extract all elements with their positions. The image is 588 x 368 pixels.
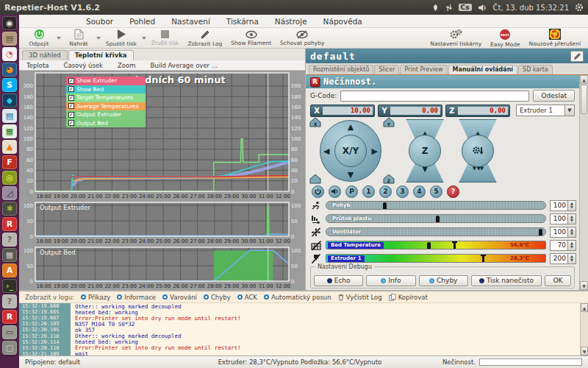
menu-build-average[interactable]: Build Average over ...: [143, 62, 225, 69]
launcher-item[interactable]: ✱: [2, 202, 17, 216]
session-gear-icon[interactable]: [575, 3, 584, 12]
motors-off-button[interactable]: [329, 185, 341, 198]
menu-nastroje[interactable]: Nástroje: [267, 17, 315, 26]
slider-thumb[interactable]: [436, 216, 440, 223]
launcher-item[interactable]: R: [2, 310, 17, 324]
launcher-item[interactable]: ◕: [2, 63, 17, 77]
preset-4-button[interactable]: 4: [413, 185, 426, 198]
jog-x-minus-icon[interactable]: ◀: [323, 146, 329, 156]
launcher-item[interactable]: ◎: [2, 171, 17, 185]
bed-temp-spinner[interactable]: 70▲▼: [550, 240, 576, 251]
menu-teplota[interactable]: Teplota: [19, 62, 56, 69]
debug-info-button[interactable]: Info: [366, 275, 415, 286]
fan-speed-slider[interactable]: Ventilátor: [326, 227, 546, 236]
power-button[interactable]: [312, 185, 324, 198]
scroll-up-icon[interactable]: ▲: [581, 303, 588, 312]
launcher-item[interactable]: ◔: [2, 47, 17, 61]
panel-scrollbar[interactable]: ▲ ▼: [579, 75, 588, 290]
show-log-button[interactable]: Zobrazit Log: [183, 29, 226, 48]
scroll-up-icon[interactable]: ▲: [580, 75, 588, 84]
log-filter-toggle[interactable]: Varování: [162, 294, 197, 301]
launcher-item[interactable]: S: [2, 78, 17, 92]
preset-5-button[interactable]: 5: [430, 185, 442, 198]
legend-checkbox-checked[interactable]: ✓: [68, 95, 74, 101]
legend-checkbox-checked[interactable]: ✓: [68, 120, 74, 126]
launcher-item[interactable]: ▦: [2, 124, 17, 138]
spinner-arrows-icon[interactable]: ▲▼: [567, 201, 576, 210]
legend-item[interactable]: ✓ Show Bed: [66, 85, 146, 94]
extruder-select[interactable]: Extruder 1 ▼: [516, 105, 575, 116]
launcher-item[interactable]: ?: [2, 294, 17, 308]
scrollbar-thumb[interactable]: [581, 85, 587, 114]
hide-travel-moves-button[interactable]: Schovat pohyby: [276, 29, 329, 47]
scroll-down-icon[interactable]: ▼: [581, 347, 588, 355]
legend-checkbox-checked[interactable]: ✓: [68, 78, 74, 84]
slider-thumb[interactable]: [427, 242, 431, 250]
launcher-item[interactable]: ◉: [2, 16, 17, 30]
log-filter-toggle[interactable]: Informace: [117, 294, 156, 301]
menu-napoveda[interactable]: Nápověda: [315, 17, 370, 26]
send-gcode-button[interactable]: Odeslat: [533, 90, 575, 102]
preset-3-button[interactable]: 3: [396, 185, 409, 198]
log-filter-toggle[interactable]: Příkazy: [81, 294, 110, 301]
slider-thumb[interactable]: [383, 202, 387, 210]
start-print-button[interactable]: Spustit tisk: [101, 28, 141, 48]
dropdown-caret-icon[interactable]: [142, 37, 146, 40]
menu-casovy-usek[interactable]: Časový úsek: [56, 62, 110, 69]
speed-multiplier-slider[interactable]: Pohyb: [326, 201, 546, 210]
dropdown-caret-icon[interactable]: [96, 37, 101, 40]
edit-profile-button[interactable]: [570, 51, 584, 62]
menu-zoom[interactable]: Zoom: [110, 62, 143, 69]
gcode-input[interactable]: [340, 91, 529, 102]
scroll-down-icon[interactable]: ▼: [580, 281, 588, 290]
home-z-button[interactable]: Z: [383, 174, 395, 184]
extruder-temperature-slider[interactable]: Extruder 1 28,3°C: [326, 254, 546, 263]
launcher-item[interactable]: ◆: [2, 93, 17, 107]
log-lines[interactable]: 15:32:19.660 Other:: working marked deco…: [19, 303, 588, 355]
jog-x-plus-icon[interactable]: ▶: [372, 146, 378, 156]
home-all-button[interactable]: [309, 174, 321, 184]
menu-pohled[interactable]: Pohled: [121, 17, 163, 26]
tab-slicer[interactable]: Slicer: [374, 65, 399, 74]
launcher-item[interactable]: A: [2, 263, 17, 277]
tab-manual-control[interactable]: Manuální ovládání: [448, 65, 518, 74]
legend-checkbox-checked[interactable]: ✓: [68, 112, 74, 118]
legend-item[interactable]: ✓ Target Temperatures: [66, 93, 146, 102]
legend-checkbox-checked[interactable]: ✓: [68, 86, 74, 92]
log-scrollbar[interactable]: ▲ ▼: [580, 303, 588, 355]
clear-log-button[interactable]: Vyčistit Log: [338, 294, 382, 301]
keyboard-layout-indicator[interactable]: Cs: [459, 4, 472, 11]
extruder-temp-spinner[interactable]: 200▲▼: [550, 253, 576, 264]
launcher-item[interactable]: R: [2, 217, 17, 231]
tab-print-preview[interactable]: Print Preview: [400, 65, 447, 74]
xy-jog-pad[interactable]: ▲ ▼ ◀ ▶ X/Y: [320, 120, 381, 182]
clock[interactable]: Čt, 13. dub 15:32:21: [493, 4, 569, 12]
menu-nastaveni[interactable]: Nastavení: [163, 17, 218, 26]
load-button[interactable]: Nahrát: [62, 28, 96, 48]
spinner-arrows-icon[interactable]: ▲▼: [567, 241, 576, 250]
spinner-arrows-icon[interactable]: ▲▼: [567, 214, 576, 224]
legend-item[interactable]: ✓ Output Bed: [66, 119, 146, 128]
volume-icon[interactable]: [478, 4, 487, 12]
jog-y-plus-icon[interactable]: ▲: [348, 122, 354, 132]
home-x-button[interactable]: X: [309, 117, 321, 127]
launcher-item[interactable]: ▦: [2, 248, 17, 262]
launcher-item[interactable]: ?: [2, 233, 17, 247]
launcher-item[interactable]: ▢: [2, 341, 17, 355]
debug-echo-button[interactable]: Echo: [314, 275, 363, 286]
flow-spinner[interactable]: 100▲▼: [550, 213, 576, 224]
spinner-arrows-icon[interactable]: ▲▼: [567, 254, 576, 263]
flow-multiplier-slider[interactable]: Průtok plastu: [326, 214, 546, 223]
launcher-item[interactable]: ▤: [2, 109, 17, 123]
bed-temperature-slider[interactable]: Bed Temperature 56,6°C: [326, 241, 546, 250]
launcher-item[interactable]: ▭: [2, 325, 17, 339]
launcher-item[interactable]: ▤: [2, 32, 17, 46]
fan-spinner[interactable]: 100▲▼: [550, 227, 576, 238]
emergency-stop-button[interactable]: Nouzové přerušení: [525, 28, 585, 48]
network-updown-icon[interactable]: [445, 4, 453, 12]
xy-pad-center[interactable]: X/Y: [334, 135, 367, 167]
easy-mode-button[interactable]: EASY Easy Mode: [486, 28, 525, 49]
copy-log-button[interactable]: Kopírovat: [389, 294, 428, 301]
tab-object-placement[interactable]: Rozmístění objektů: [309, 65, 373, 74]
speed-spinner[interactable]: 100▲▼: [550, 200, 576, 211]
